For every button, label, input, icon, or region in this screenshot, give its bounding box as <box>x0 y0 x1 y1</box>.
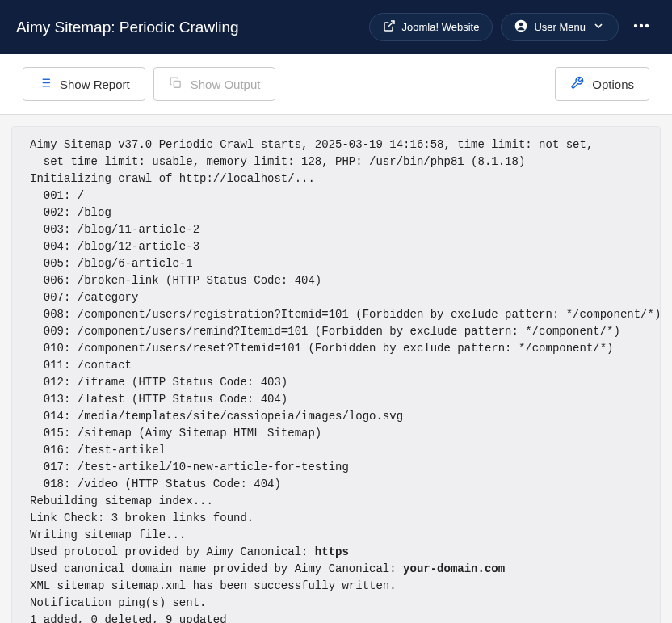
output-protocol-bold: https <box>315 545 349 558</box>
options-label: Options <box>592 78 634 91</box>
output-text-pre: Aimy Sitemap v37.0 Periodic Crawl starts… <box>30 138 661 558</box>
toolbar: Show Report Show Output Options <box>0 54 672 115</box>
list-icon <box>38 76 52 92</box>
svg-rect-12 <box>174 81 180 87</box>
external-link-icon <box>383 19 396 35</box>
svg-line-0 <box>388 21 393 27</box>
show-report-label: Show Report <box>60 78 130 91</box>
content-area: Aimy Sitemap v37.0 Periodic Crawl starts… <box>0 115 672 623</box>
show-output-label: Show Output <box>191 78 261 91</box>
output-text-post: XML sitemap sitemap.xml has been success… <box>30 579 397 623</box>
header-actions: Joomla! Website User Menu <box>369 11 656 44</box>
output-text-mid: Used canonical domain name provided by A… <box>30 562 403 575</box>
svg-point-5 <box>645 23 649 27</box>
wrench-icon <box>570 76 584 92</box>
output-domain-bold: your-domain.com <box>403 562 505 575</box>
chevron-down-icon <box>592 19 605 35</box>
user-icon <box>514 19 527 35</box>
more-button[interactable] <box>627 11 656 44</box>
svg-point-4 <box>640 23 643 27</box>
more-horizontal-icon <box>632 16 651 39</box>
joomla-website-label: Joomla! Website <box>402 21 480 33</box>
svg-point-3 <box>634 23 637 27</box>
page-title: Aimy Sitemap: Periodic Crawling <box>16 19 239 36</box>
svg-point-2 <box>519 23 523 27</box>
copy-icon <box>169 76 183 92</box>
joomla-website-button[interactable]: Joomla! Website <box>369 13 494 41</box>
crawl-output: Aimy Sitemap v37.0 Periodic Crawl starts… <box>11 126 661 623</box>
show-output-button[interactable]: Show Output <box>153 67 276 101</box>
user-menu-label: User Menu <box>534 21 586 33</box>
app-header: Aimy Sitemap: Periodic Crawling Joomla! … <box>0 0 672 54</box>
show-report-button[interactable]: Show Report <box>23 67 145 101</box>
user-menu-button[interactable]: User Menu <box>501 13 619 41</box>
options-button[interactable]: Options <box>555 67 649 101</box>
